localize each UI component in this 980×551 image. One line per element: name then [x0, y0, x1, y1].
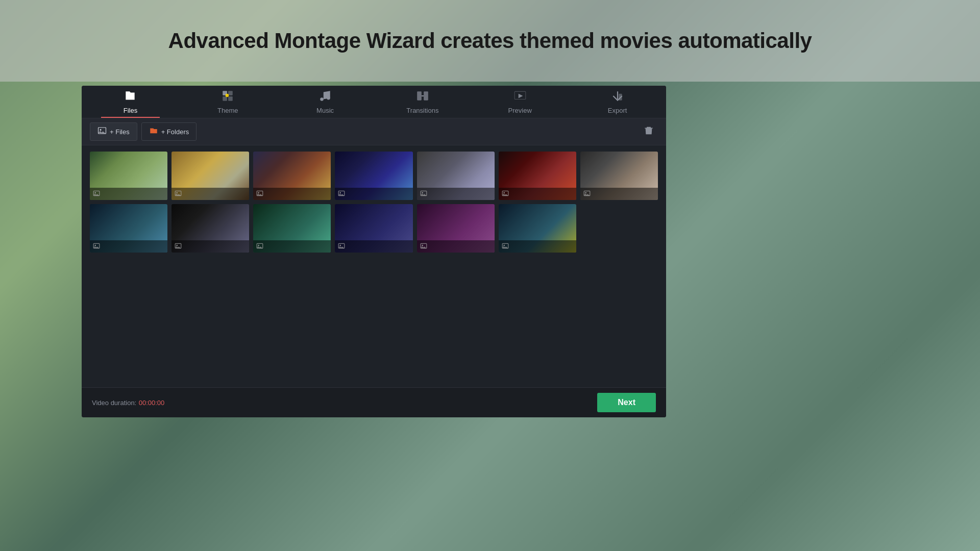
media-item[interactable] — [335, 152, 412, 200]
media-type-icon — [175, 190, 182, 198]
music-icon — [318, 89, 332, 105]
media-item-overlay — [417, 240, 495, 253]
svg-rect-13 — [619, 94, 622, 101]
svg-point-33 — [95, 245, 96, 246]
tab-theme[interactable]: Theme — [179, 86, 277, 118]
svg-rect-4 — [228, 96, 233, 101]
media-item[interactable] — [335, 204, 412, 253]
svg-point-15 — [100, 129, 102, 131]
tab-preview-label: Preview — [508, 107, 532, 114]
media-type-icon — [256, 242, 263, 251]
tab-export-label: Export — [608, 107, 627, 114]
media-item-overlay — [90, 188, 167, 200]
media-item-overlay — [335, 188, 412, 200]
svg-rect-8 — [417, 91, 422, 100]
video-duration-label: Video duration: — [92, 399, 136, 407]
media-item[interactable] — [417, 204, 495, 253]
media-item[interactable] — [172, 152, 249, 200]
media-item[interactable] — [172, 204, 249, 253]
tab-files-label: Files — [124, 107, 137, 114]
svg-point-25 — [340, 192, 341, 193]
media-item-overlay — [499, 240, 576, 253]
media-item[interactable] — [90, 152, 167, 200]
media-grid-area — [82, 145, 666, 387]
media-item-overlay — [253, 240, 331, 253]
tab-theme-label: Theme — [217, 107, 238, 114]
svg-point-23 — [258, 192, 259, 193]
media-item-overlay — [253, 188, 331, 200]
media-type-icon — [502, 190, 509, 198]
tab-transitions-label: Transitions — [406, 107, 438, 114]
delete-button[interactable] — [640, 123, 658, 140]
tab-music-label: Music — [316, 107, 334, 114]
media-type-icon — [93, 242, 100, 251]
media-type-icon — [93, 190, 100, 198]
tab-export[interactable]: Export — [569, 86, 666, 118]
media-type-icon — [338, 242, 345, 251]
media-item[interactable] — [417, 152, 495, 200]
image-icon — [97, 126, 107, 137]
media-item-overlay — [172, 188, 249, 200]
svg-rect-2 — [228, 91, 233, 95]
tab-music[interactable]: Music — [277, 86, 374, 118]
tab-transitions[interactable]: Transitions — [374, 86, 471, 118]
media-item[interactable] — [499, 152, 576, 200]
add-files-label: + Files — [110, 128, 130, 136]
add-folders-button[interactable]: + Folders — [141, 122, 197, 141]
media-type-icon — [420, 190, 427, 198]
tab-preview[interactable]: Preview — [471, 86, 569, 118]
svg-point-5 — [226, 94, 229, 97]
video-duration-info: Video duration: 00:00:00 — [92, 398, 164, 407]
svg-rect-3 — [223, 96, 227, 101]
export-icon — [611, 89, 624, 105]
media-item-overlay — [499, 188, 576, 200]
svg-marker-12 — [518, 94, 523, 98]
media-type-icon — [420, 242, 427, 251]
svg-point-41 — [422, 245, 423, 246]
main-window: Files Theme Mu — [82, 86, 666, 417]
svg-point-43 — [503, 245, 504, 246]
media-item[interactable] — [499, 204, 576, 253]
svg-point-6 — [320, 97, 324, 101]
trash-icon — [644, 126, 654, 136]
tab-bar: Files Theme Mu — [82, 86, 666, 118]
media-grid — [90, 152, 658, 253]
svg-point-31 — [585, 192, 586, 193]
svg-rect-9 — [424, 91, 428, 100]
svg-point-21 — [177, 192, 178, 193]
add-files-button[interactable]: + Files — [90, 122, 137, 141]
preview-icon — [513, 89, 527, 105]
media-type-icon — [583, 190, 591, 198]
media-type-icon — [256, 190, 263, 198]
media-type-icon — [338, 190, 345, 198]
media-item-overlay — [90, 240, 167, 253]
folder-icon — [149, 126, 158, 137]
theme-icon — [221, 89, 234, 105]
tab-files[interactable]: Files — [82, 86, 179, 118]
media-item[interactable] — [90, 204, 167, 253]
status-bar: Video duration: 00:00:00 Next — [82, 387, 666, 417]
header-banner: Advanced Montage Wizard creates themed m… — [0, 0, 980, 82]
svg-point-35 — [177, 245, 178, 246]
media-item-overlay — [172, 240, 249, 253]
files-icon — [124, 89, 137, 105]
add-folders-label: + Folders — [161, 128, 189, 136]
transitions-icon — [416, 89, 429, 105]
media-item[interactable] — [253, 152, 331, 200]
svg-rect-0 — [127, 94, 134, 94]
toolbar: + Files + Folders — [82, 118, 666, 145]
media-item[interactable] — [580, 152, 658, 200]
media-type-icon — [502, 242, 509, 251]
svg-point-29 — [503, 192, 504, 193]
media-item-overlay — [417, 188, 495, 200]
header-title: Advanced Montage Wizard creates themed m… — [168, 29, 812, 53]
video-duration-time: 00:00:00 — [139, 399, 165, 407]
media-item-overlay — [580, 188, 658, 200]
next-button[interactable]: Next — [597, 393, 656, 412]
svg-point-19 — [95, 192, 96, 193]
svg-point-37 — [258, 245, 259, 246]
svg-point-7 — [327, 96, 330, 100]
media-item[interactable] — [253, 204, 331, 253]
svg-point-27 — [422, 192, 423, 193]
svg-point-39 — [340, 245, 341, 246]
